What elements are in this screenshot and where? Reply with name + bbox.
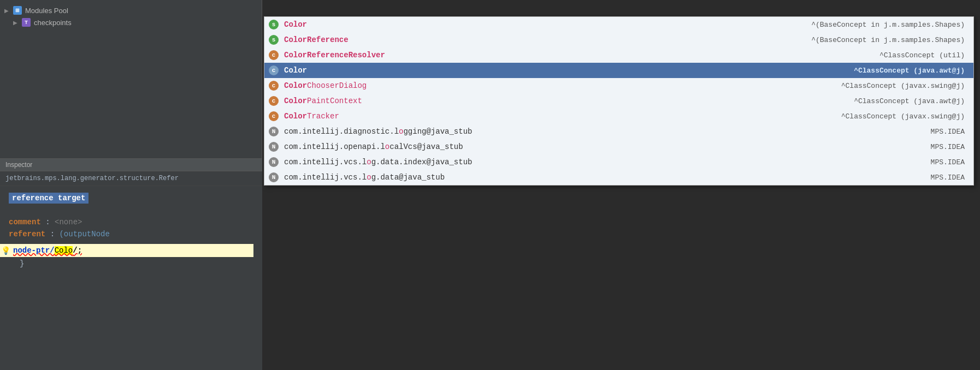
ac-type-colortracker: ^ClassConcept (javax.swing@j) bbox=[481, 112, 969, 121]
ac-item-color-c-selected[interactable]: c Color ^ClassConcept (java.awt@j) bbox=[264, 63, 973, 78]
ac-type-localvcs: MPS.IDEA bbox=[481, 143, 969, 151]
ac-name-colorreference: ColorReference bbox=[284, 35, 481, 44]
ac-type-colorreference: ^(BaseConcept in j.m.samples.Shapes) bbox=[481, 36, 969, 44]
ac-type-colorpaintcontext: ^ClassConcept (java.awt@j) bbox=[481, 97, 969, 105]
closing-brace: } bbox=[9, 257, 253, 270]
sidebar: ▶ ⊞ Modules Pool ▶ T checkpoints Inspect… bbox=[0, 0, 262, 370]
ac-name-color-c: Color bbox=[284, 66, 481, 75]
ac-item-localvcs[interactable]: N com.intellij.openapi.localVcs@java_stu… bbox=[264, 139, 973, 154]
ac-badge-s: s bbox=[269, 20, 279, 29]
ac-type-colorchooserdialog: ^ClassConcept (javax.swing@j) bbox=[481, 82, 969, 90]
comment-value: <none> bbox=[55, 218, 82, 226]
ac-type-log-data-index: MPS.IDEA bbox=[481, 158, 969, 166]
ac-name-colortracker: ColorTracker bbox=[284, 112, 481, 121]
ac-type-logging: MPS.IDEA bbox=[481, 128, 969, 136]
referent-value: (outputNode bbox=[59, 230, 109, 238]
ac-badge-c4: c bbox=[269, 111, 279, 121]
ac-badge-s2: s bbox=[269, 35, 279, 45]
ac-badge-n3: N bbox=[269, 157, 279, 167]
ac-badge-n4: N bbox=[269, 172, 279, 182]
colo-highlight: Colo bbox=[55, 246, 73, 255]
reference-target-label: reference target bbox=[9, 193, 88, 204]
ac-badge-n1: N bbox=[269, 127, 279, 136]
ac-item-logging[interactable]: N com.intellij.diagnostic.logging@java_s… bbox=[264, 124, 973, 139]
sidebar-item-checkpoints[interactable]: ▶ T checkpoints bbox=[0, 16, 262, 28]
referent-keyword: referent bbox=[9, 230, 45, 238]
ac-item-colorpaintcontext[interactable]: c ColorPaintContext ^ClassConcept (java.… bbox=[264, 93, 973, 109]
ac-name-localvcs: com.intellij.openapi.localVcs@java_stub bbox=[284, 142, 481, 151]
ac-type-color-s: ^(BaseConcept in j.m.samples.Shapes) bbox=[481, 21, 969, 29]
inspector-panel: Inspector jetbrains.mps.lang.generator.s… bbox=[0, 158, 262, 370]
ac-item-colorreference[interactable]: s ColorReference ^(BaseConcept in j.m.sa… bbox=[264, 32, 973, 47]
ac-item-colorreferenceresolver[interactable]: c ColorReferenceResolver ^ClassConcept (… bbox=[264, 47, 973, 63]
autocomplete-dropdown[interactable]: s Color ^(BaseConcept in j.m.samples.Sha… bbox=[264, 16, 974, 186]
inspector-body: reference target comment : <none> refere… bbox=[0, 186, 262, 277]
comment-keyword: comment bbox=[9, 218, 41, 226]
expand-arrow-checkpoints: ▶ bbox=[13, 20, 21, 26]
inspector-path: jetbrains.mps.lang.generator.structure.R… bbox=[0, 171, 262, 186]
ac-type-log-data: MPS.IDEA bbox=[481, 174, 969, 182]
sidebar-tree: ▶ ⊞ Modules Pool ▶ T checkpoints bbox=[0, 0, 262, 33]
comment-line: comment : <none> bbox=[9, 218, 253, 226]
ac-name-color-s: Color bbox=[284, 20, 481, 29]
ac-name-logging: com.intellij.diagnostic.logging@java_stu… bbox=[284, 127, 481, 136]
expand-arrow-modules: ▶ bbox=[4, 8, 12, 14]
ac-item-log-data-index[interactable]: N com.intellij.vcs.log.data.index@java_s… bbox=[264, 154, 973, 170]
sidebar-item-modules-pool[interactable]: ▶ ⊞ Modules Pool bbox=[0, 4, 262, 16]
bulb-icon: 💡 bbox=[1, 246, 10, 255]
ac-name-colorchooserdialog: ColorChooserDialog bbox=[284, 81, 481, 90]
ac-item-log-data[interactable]: N com.intellij.vcs.log.data@java_stub MP… bbox=[264, 170, 973, 185]
checkpoints-label: checkpoints bbox=[34, 19, 72, 27]
referent-line: referent : (outputNode bbox=[9, 230, 253, 238]
node-ptr-text: node-ptr/ bbox=[13, 246, 55, 255]
ac-badge-c-selected: c bbox=[269, 65, 279, 75]
inspector-header: Inspector bbox=[0, 159, 262, 171]
ac-name-log-data: com.intellij.vcs.log.data@java_stub bbox=[284, 173, 481, 182]
ac-item-colortracker[interactable]: c ColorTracker ^ClassConcept (javax.swin… bbox=[264, 109, 973, 124]
ac-type-colorreferenceresolver: ^ClassConcept (util) bbox=[481, 51, 969, 59]
ac-badge-c1: c bbox=[269, 50, 279, 60]
modules-icon: ⊞ bbox=[13, 6, 22, 15]
ac-badge-c3: c bbox=[269, 96, 279, 106]
modules-pool-label: Modules Pool bbox=[25, 7, 68, 15]
ac-item-color-s[interactable]: s Color ^(BaseConcept in j.m.samples.Sha… bbox=[264, 17, 973, 32]
code-suffix: /; bbox=[73, 246, 82, 255]
ac-type-color-c: ^ClassConcept (java.awt@j) bbox=[481, 67, 969, 75]
checkpoints-icon: T bbox=[22, 18, 31, 27]
inspector-title: Inspector bbox=[5, 161, 32, 169]
ac-badge-c2: c bbox=[269, 81, 279, 91]
ac-name-log-data-index: com.intellij.vcs.log.data.index@java_stu… bbox=[284, 158, 481, 166]
ac-name-colorpaintcontext: ColorPaintContext bbox=[284, 97, 481, 105]
ac-name-colorreferenceresolver: ColorReferenceResolver bbox=[284, 51, 481, 59]
ac-item-colorchooserdialog[interactable]: c ColorChooserDialog ^ClassConcept (java… bbox=[264, 78, 973, 93]
code-line: 💡 node-ptr/Colo/; bbox=[0, 244, 253, 257]
ac-badge-n2: N bbox=[269, 142, 279, 152]
